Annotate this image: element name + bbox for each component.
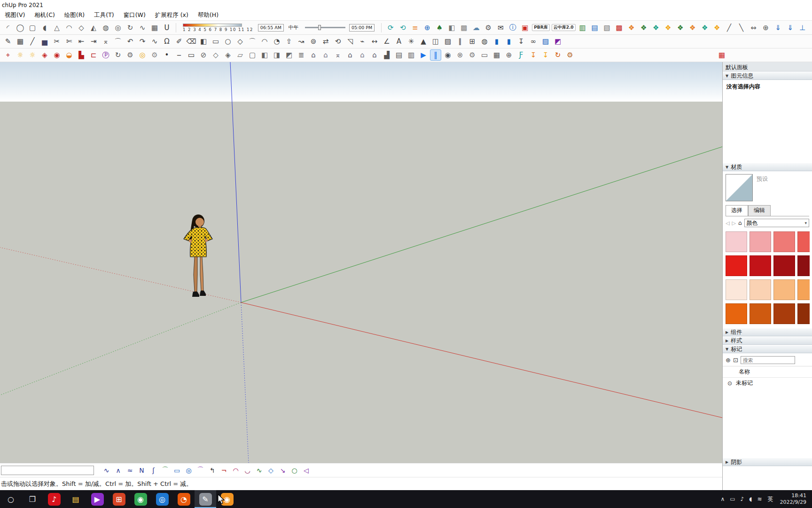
color-swatch[interactable] (726, 303, 747, 324)
tag-row[interactable]: ⊙ 未标记 (723, 378, 812, 389)
color-swatch[interactable] (797, 279, 810, 300)
styles-header[interactable]: ▶ 样式 (723, 336, 812, 345)
blue-panel-icon[interactable]: ▮ (503, 36, 515, 47)
tags-search-input[interactable] (741, 356, 795, 364)
component-icon[interactable]: ▥ (406, 49, 417, 61)
blue-panel-icon[interactable]: ▮ (491, 36, 502, 47)
blue-grid-icon[interactable]: ▨ (540, 36, 551, 47)
cut-icon[interactable]: ✄ (63, 36, 75, 47)
arrow-diamond-icon[interactable]: ❖ (699, 22, 710, 33)
target-yellow-icon[interactable]: ◎ (137, 49, 148, 61)
tags-header[interactable]: ▼ 标记 (723, 345, 812, 353)
add-tag-button[interactable]: ⊕ (726, 357, 731, 364)
crosshair-icon[interactable]: ⌖ (2, 49, 14, 61)
u-tool-icon[interactable]: U (161, 22, 172, 33)
arrow-diamond-icon[interactable]: ❖ (663, 22, 674, 33)
xray-mode-icon[interactable]: ▨ (442, 36, 453, 47)
sync-icon[interactable]: ⟲ (397, 22, 408, 33)
stack-icon[interactable]: ≣ (296, 49, 307, 61)
l-curve-icon[interactable]: ¬ (219, 465, 229, 476)
visibility-eye-icon[interactable]: ⊙ (727, 380, 732, 387)
refresh-icon[interactable]: ⟳ (385, 22, 396, 33)
infinite-icon[interactable]: ∞ (528, 36, 539, 47)
refresh-orange-icon[interactable]: ↻ (552, 49, 563, 61)
group-icon[interactable]: ▤ (393, 49, 405, 61)
monitor-icon[interactable]: ▭ (479, 49, 490, 61)
shadow-date-gradient[interactable] (183, 24, 242, 27)
red-shield-icon[interactable]: ◈ (39, 49, 50, 61)
shaded-cube-icon[interactable]: ◧ (259, 49, 270, 61)
model-viewport[interactable] (0, 62, 722, 463)
grid-icon[interactable]: ▦ (15, 36, 26, 47)
dome-curve-icon[interactable]: ◠ (230, 465, 241, 476)
dash-style-icon[interactable]: ‒ (173, 49, 185, 61)
backedge-cube-icon[interactable]: ◈ (222, 49, 234, 61)
tray-network-icon[interactable]: ≋ (757, 496, 762, 502)
entity-info-header[interactable]: ▼ 图元信息 (723, 71, 812, 80)
spiral-icon[interactable]: ↻ (125, 22, 136, 33)
arrow-diamond-icon[interactable]: ❖ (650, 22, 662, 33)
red-chart-icon[interactable]: ▙ (76, 49, 87, 61)
color-swatch[interactable] (773, 279, 795, 300)
two-point-arc-icon[interactable]: ◠ (259, 36, 270, 47)
mail-icon[interactable]: ✉ (495, 22, 506, 33)
push-pull-icon[interactable]: ⇧ (283, 36, 295, 47)
prism-icon[interactable]: ◭ (88, 22, 99, 33)
color-swatch[interactable] (726, 279, 747, 300)
menu-item[interactable]: 视图(V) (0, 10, 30, 20)
cube-icon[interactable]: ◧ (446, 22, 457, 33)
line-tool-icon[interactable]: ╱ (27, 36, 38, 47)
info-icon[interactable]: ⓘ (507, 22, 518, 33)
forward-arrow-icon[interactable]: ▷ (732, 220, 735, 226)
hidden-icons-chevron[interactable]: ∧ (720, 496, 725, 502)
wave-green-icon[interactable]: ∿ (254, 465, 265, 476)
materials-header[interactable]: ▼ 材质 (723, 163, 812, 171)
color-swatch[interactable] (773, 231, 795, 252)
color-swatch[interactable] (797, 231, 810, 252)
bezier-curve-icon[interactable]: ∿ (101, 465, 112, 476)
follow-me-icon[interactable]: ↝ (296, 36, 307, 47)
arrow-diamond-icon[interactable]: ❖ (638, 22, 649, 33)
color-swatch[interactable] (750, 231, 771, 252)
front-view-icon[interactable]: ⌂ (320, 49, 331, 61)
profile-builder-icon[interactable]: Ⓟ (100, 49, 111, 61)
download-icon[interactable]: ↧ (515, 36, 527, 47)
arrow-diamond-icon[interactable]: ❖ (711, 22, 723, 33)
hide-icon[interactable]: ⊘ (198, 49, 209, 61)
n-curve-icon[interactable]: N (136, 465, 147, 476)
arc-green-icon[interactable]: ⌒ (160, 465, 171, 476)
dimension-tool-icon[interactable]: ↔ (369, 36, 380, 47)
compass-icon[interactable]: ⊕ (760, 22, 772, 33)
arc-purple-icon[interactable]: ⌒ (195, 465, 206, 476)
arrow-diamond-icon[interactable]: ❖ (687, 22, 698, 33)
back-arrow-icon[interactable]: ◁ (726, 220, 729, 226)
home-icon[interactable]: ⌂ (738, 220, 742, 226)
tray-audio-icon[interactable]: ♪ (741, 496, 744, 502)
polyline-icon[interactable]: ∧ (113, 465, 124, 476)
menu-item[interactable]: 扩展程序 (x) (150, 10, 193, 20)
blue-library-icon[interactable]: ▤ (589, 22, 601, 33)
slope-line-icon[interactable]: ╲ (736, 22, 747, 33)
xray-cube-icon[interactable]: ◇ (210, 49, 221, 61)
close-circle-icon[interactable]: ⊗ (454, 49, 466, 61)
s-curve-icon[interactable]: ʃ (148, 465, 159, 476)
taskbar-app[interactable]: ♪ (43, 490, 65, 508)
rounded-rect-icon[interactable]: ▢ (27, 22, 38, 33)
record-button[interactable]: ◉ (442, 49, 453, 61)
move-cross-icon[interactable]: ⇔ (748, 22, 759, 33)
gear-icon[interactable]: ⚙ (467, 49, 478, 61)
omega-curve-icon[interactable]: Ω (161, 36, 172, 47)
color-swatch[interactable] (797, 255, 810, 276)
globe-icon[interactable]: ⊕ (503, 49, 515, 61)
tray-volume-icon[interactable]: ◖ (749, 496, 752, 502)
rectangle-tool-icon[interactable]: ▭ (210, 36, 221, 47)
cloud-library-button[interactable]: 云中库2.0 (552, 24, 576, 31)
menu-item[interactable]: 帮助(H) (193, 10, 223, 20)
fold-icon[interactable]: ⌅ (100, 36, 111, 47)
material-category-dropdown[interactable]: 颜色 ▾ (744, 219, 809, 227)
axes-tool-icon[interactable]: ✳ (406, 36, 417, 47)
add-circle-icon[interactable]: ⊕ (422, 22, 433, 33)
color-swatch[interactable] (750, 255, 771, 276)
taskbar-app[interactable]: ◎ (151, 490, 173, 508)
taskbar-app[interactable]: ▶ (86, 490, 108, 508)
